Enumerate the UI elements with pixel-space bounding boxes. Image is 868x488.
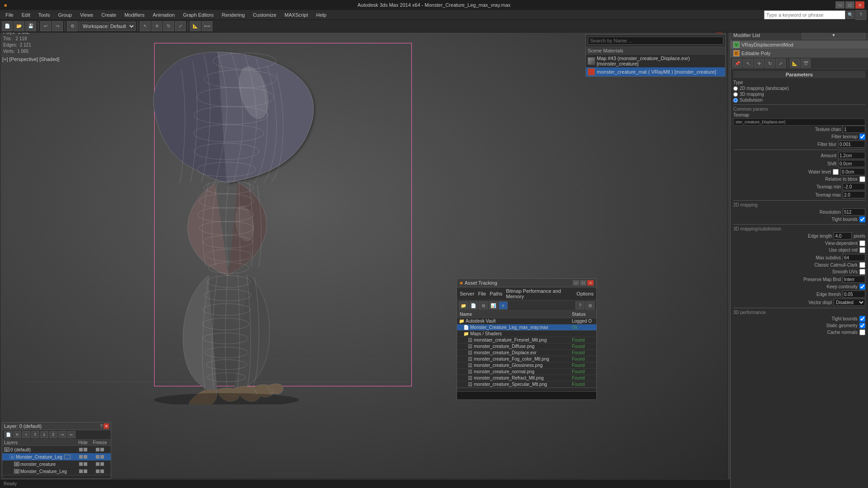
smooth-uvs-checkbox[interactable] [859, 269, 865, 275]
at-row-6[interactable]: 🖼monster_creature_Fog_color_Mtl.pngFound [457, 356, 596, 362]
lp-layer-default[interactable]: L 0 (default) [2, 446, 111, 453]
lp-layer-monster-leg-2[interactable]: O Monster_Creature_Leg [2, 468, 111, 475]
cache-normals-checkbox[interactable] [859, 329, 865, 335]
menu-create[interactable]: Create [98, 11, 120, 19]
rp-snap-btn[interactable]: 📐 [790, 59, 800, 68]
lp-question-btn[interactable]: ? [100, 423, 103, 429]
at-row-4[interactable]: 🖼monster_creature_Diffuse.pngFound [457, 343, 596, 350]
search-input[interactable] [764, 10, 845, 19]
menu-modifiers[interactable]: Modifiers [121, 11, 148, 19]
texmap-min-input[interactable] [843, 183, 865, 190]
at-help-btn[interactable]: ? [576, 301, 585, 310]
rp-rotate-btn[interactable]: ↻ [765, 59, 775, 68]
menu-graph-editors[interactable]: Graph Editors [179, 11, 217, 19]
save-btn[interactable]: 💾 [25, 21, 36, 31]
menu-rendering[interactable]: Rendering [218, 11, 249, 19]
at-scrollbar[interactable] [457, 388, 596, 391]
lp-btn-2[interactable]: ✕ [13, 431, 21, 438]
minimize-btn[interactable]: ─ [835, 1, 844, 9]
at-menu-bitmap-perf[interactable]: Bitmap Performance and Memory [506, 288, 573, 299]
menu-help[interactable]: Help [312, 11, 330, 19]
texture-chan-input[interactable] [843, 126, 865, 133]
max-subdivs-input[interactable] [843, 254, 865, 261]
type-3d-radio[interactable] [733, 92, 738, 97]
lp-layer-monster-leg[interactable]: O Monster_Creature_Leg [2, 453, 111, 460]
at-btn-3[interactable]: ⚙ [479, 301, 488, 310]
tight-bounds-2d-checkbox[interactable] [859, 216, 865, 222]
edge-thresh-input[interactable] [843, 291, 865, 298]
select-btn[interactable]: ↖ [140, 21, 151, 31]
rp-render-btn[interactable]: 🎬 [801, 59, 811, 68]
resolution-input[interactable] [843, 208, 865, 216]
texmap-max-input[interactable] [843, 191, 865, 198]
viewport-label[interactable]: [+] [Perspective] [Shaded] [2, 56, 59, 62]
lp-close-btn[interactable]: ✕ [104, 423, 109, 429]
menu-tools[interactable]: Tools [35, 11, 54, 19]
lp-btn-8[interactable]: ⇐ [67, 431, 75, 438]
relative-bbox-checkbox[interactable] [859, 176, 865, 182]
at-maximize-btn[interactable]: □ [580, 280, 586, 286]
menu-views[interactable]: Views [76, 11, 97, 19]
filter-texmap-checkbox[interactable] [859, 134, 865, 140]
at-menu-options[interactable]: Options [576, 291, 594, 296]
lp-btn-3[interactable]: + [22, 431, 30, 438]
workspace-dropdown[interactable]: Workspace: Default [79, 22, 136, 31]
at-row-3[interactable]: 🖼monstaer_creature_Fresnel_Mtl.pngFound [457, 337, 596, 343]
at-row-5[interactable]: 🖼monster_creature_Displace.exrFound [457, 350, 596, 356]
search-btn[interactable]: 🔍 [846, 11, 854, 19]
at-btn-2[interactable]: 📄 [469, 301, 478, 310]
lp-btn-4[interactable]: ⇑ [31, 431, 39, 438]
texmap-path[interactable]: ster_creature_Displace.exr) [733, 118, 865, 126]
modifier-vray-displacement[interactable]: V VRayDisplacementMod [731, 41, 868, 49]
render-setup-btn[interactable]: ⚙ [67, 21, 78, 31]
redo-btn[interactable]: ↪ [52, 21, 63, 31]
classic-catmull-checkbox[interactable] [859, 262, 865, 268]
rp-move-btn[interactable]: ✛ [754, 59, 764, 68]
menu-customize[interactable]: Customize [249, 11, 280, 19]
mat-item-0[interactable]: Map #43 (monster_creature_Displace.exr) … [586, 55, 725, 67]
at-btn-5[interactable]: ≡ [499, 301, 508, 310]
filter-blur-input[interactable] [838, 141, 865, 148]
at-settings-btn[interactable]: ⚙ [585, 301, 594, 310]
help-btn[interactable]: ? [855, 10, 866, 20]
lp-btn-1[interactable]: 📄 [4, 431, 12, 438]
menu-maxscript[interactable]: MAXScript [281, 11, 311, 19]
viewport[interactable]: Total Polys: 1 062 Tris: 2 118 Edges: 2 … [0, 20, 728, 479]
at-row-7[interactable]: 🖼monster_creature_Glossiness.pngFound [457, 362, 596, 369]
static-geometry-checkbox[interactable] [859, 323, 865, 328]
lp-scrollbar[interactable] [2, 475, 111, 479]
at-row-10[interactable]: 🖼monster_creature_Specular_Mtl.pngFound [457, 381, 596, 388]
mat-search-input[interactable] [588, 37, 723, 45]
at-row-0[interactable]: 📁Autodesk VaultLogged O [457, 318, 596, 324]
rotate-btn[interactable]: ↻ [163, 21, 174, 31]
at-row-9[interactable]: 🖼monster_creature_Refract_Mtl.pngFound [457, 375, 596, 381]
type-2d-radio[interactable] [733, 86, 738, 91]
menu-edit[interactable]: Edit [18, 11, 34, 19]
at-btn-4[interactable]: 📊 [489, 301, 498, 310]
vector-disp-select[interactable]: Disabled [834, 299, 865, 306]
scale-btn[interactable]: ⤢ [175, 21, 186, 31]
at-row-1[interactable]: 📄Monster_Creature_Leg_max_vray.maxOk [457, 324, 596, 331]
at-path-input[interactable] [457, 392, 596, 399]
at-row-8[interactable]: 🖼monster_creature_normal.pngFound [457, 369, 596, 375]
water-level-input[interactable] [840, 168, 865, 175]
at-close-btn[interactable]: ✕ [587, 280, 594, 286]
undo-btn[interactable]: ↩ [40, 21, 51, 31]
open-btn[interactable]: 📂 [14, 21, 24, 31]
water-level-checkbox[interactable] [833, 169, 839, 175]
at-menu-server[interactable]: Server [460, 291, 474, 296]
shift-input[interactable] [838, 160, 865, 167]
maximize-btn[interactable]: □ [845, 1, 854, 9]
preserve-map-bnd-input[interactable] [843, 276, 865, 283]
at-menu-paths[interactable]: Paths [490, 291, 502, 296]
use-object-mtl-checkbox[interactable] [859, 247, 865, 253]
tight-bounds-3d-checkbox[interactable] [859, 316, 865, 322]
at-btn-1[interactable]: 📁 [459, 301, 468, 310]
lp-btn-5[interactable]: ⇓ [40, 431, 48, 438]
menu-file[interactable]: File [2, 11, 17, 19]
edge-length-input[interactable] [834, 232, 852, 239]
rp-pin-btn[interactable]: 📌 [732, 59, 742, 68]
move-btn[interactable]: ✛ [151, 21, 162, 31]
keep-continuity-checkbox[interactable] [859, 284, 865, 290]
mat-item-1[interactable]: monster_creature_mat ( VRayMtl ) [monste… [586, 67, 725, 76]
